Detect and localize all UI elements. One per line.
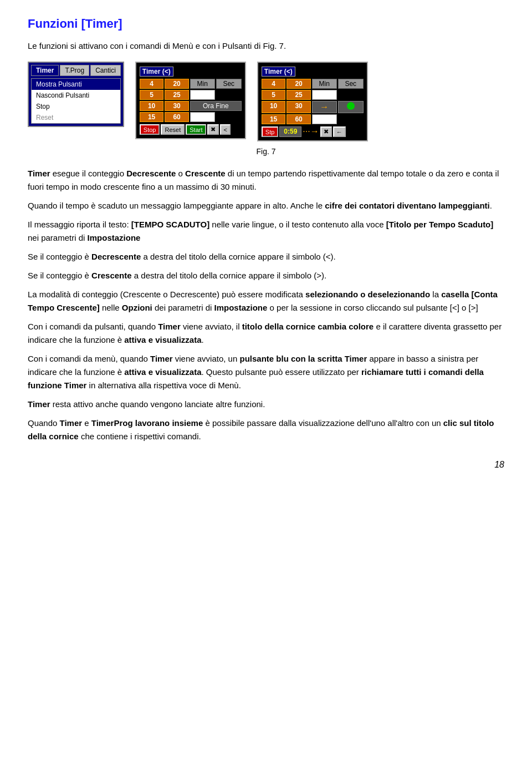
timer-cell-r4c4 (216, 112, 242, 122)
timer-panel-left: Timer (<) 4 20 Min Sec 5 25 10 30 Ora Fi… (135, 62, 246, 139)
body-section: Timer esegue il conteggio Decrescente o … (28, 167, 504, 443)
page-title: Funzioni [Timer] (28, 17, 504, 31)
tab-tprog[interactable]: T.Prog (60, 65, 89, 76)
timer-right-circle (338, 101, 364, 113)
timer-right-r4c1: 15 (262, 114, 285, 124)
timer-right-r1c4: Sec (338, 79, 364, 89)
timer-cell-r4c1: 15 (140, 112, 163, 122)
timer-cell-r2c2: 25 (165, 90, 188, 100)
paragraph-2: Quando il tempo è scaduto un messaggio l… (28, 199, 504, 212)
menu-item-reset[interactable]: Reset (32, 112, 120, 123)
figures-row: Timer T.Prog Cantici Mostra Pulsanti Nas… (28, 62, 504, 141)
timer-right-r2c1: 5 (262, 90, 285, 100)
green-circle-icon (347, 102, 355, 110)
menu-item-stop[interactable]: Stop (32, 101, 120, 112)
timer-cell-r1c2: 20 (165, 79, 188, 89)
timer-right-r2c3 (312, 90, 337, 100)
paragraph-3: Il messaggio riporta il testo: [TEMPO SC… (28, 218, 504, 245)
timer-left-grid: 4 20 Min Sec 5 25 10 30 Ora Fine 15 60 (140, 79, 242, 122)
timer-right-r4c2: 60 (287, 114, 310, 124)
timer-cell-r1c4: Sec (216, 79, 242, 89)
timer-start-button[interactable]: Start (186, 124, 206, 135)
paragraph-1: Timer esegue il conteggio Decrescente o … (28, 167, 504, 194)
timer-right-title: Timer (<) (262, 67, 295, 77)
menu-tabs: Timer T.Prog Cantici (31, 65, 121, 76)
timer-right-r3c2: 30 (287, 101, 310, 113)
timer-stop-button[interactable]: Stop (140, 124, 160, 135)
menu-item-mostra[interactable]: Mostra Pulsanti (32, 79, 120, 90)
timer-reset-button[interactable]: Reset (161, 124, 185, 135)
timer-right-grid: 4 20 Min Sec 5 25 10 30 → 15 60 (262, 79, 364, 124)
menu-items-list: Mostra Pulsanti Nascondi Pulsanti Stop R… (31, 78, 121, 124)
timer-right-arrow: → (312, 101, 337, 113)
tab-timer[interactable]: Timer (31, 65, 59, 76)
timer-less-button[interactable]: < (220, 124, 230, 135)
timer-right-stop-button[interactable]: Stp (262, 126, 279, 137)
paragraph-9: Timer resta attivo anche quando vengono … (28, 398, 504, 411)
menu-panel: Timer T.Prog Cantici Mostra Pulsanti Nas… (28, 62, 124, 127)
timer-cell-r2c3 (190, 90, 215, 100)
timer-panel-right: Timer (<) 4 20 Min Sec 5 25 10 30 → 15 6… (257, 62, 368, 141)
tab-cantici[interactable]: Cantici (90, 65, 121, 76)
timer-cell-r4c2: 60 (165, 112, 188, 122)
paragraph-6: La modalità di conteggio (Crescente o De… (28, 288, 504, 315)
timer-cell-r2c1: 5 (140, 90, 163, 100)
timer-right-r4c4 (338, 114, 364, 124)
timer-left-buttons: Stop Reset Start ✖ < (140, 124, 242, 135)
page-number: 18 (28, 460, 504, 470)
timer-cell-r1c3: Min (190, 79, 215, 89)
timer-right-r4c3 (312, 114, 337, 124)
timer-right-r3c1: 10 (262, 101, 285, 113)
timer-cell-r3c1: 10 (140, 101, 163, 111)
paragraph-4: Se il conteggio è Decrescente a destra d… (28, 250, 504, 263)
timer-cell-r3c2: 30 (165, 101, 188, 111)
timer-right-r1c3: Min (312, 79, 337, 89)
timer-dots-icon: ···→ (303, 126, 319, 137)
timer-left-title: Timer (<) (140, 67, 173, 77)
timer-x-button[interactable]: ✖ (207, 124, 219, 135)
timer-right-r1c1: 4 (262, 79, 285, 89)
intro-paragraph: Le funzioni si attivano con i comandi di… (28, 41, 504, 50)
timer-right-r1c2: 20 (287, 79, 310, 89)
paragraph-10: Quando Timer e TimerProg lavorano insiem… (28, 417, 504, 443)
timer-right-back-button[interactable]: ← (333, 126, 346, 137)
timer-right-buttons: Stp 0:59 ···→ ✖ ← (262, 126, 364, 137)
timer-right-r2c2: 25 (287, 90, 310, 100)
paragraph-8: Con i comandi da menù, quando Timer vien… (28, 352, 504, 392)
paragraph-5: Se il conteggio è Crescente a destra del… (28, 269, 504, 282)
fig-caption: Fig. 7 (28, 147, 504, 156)
timer-cell-r4c3 (190, 112, 215, 122)
paragraph-7: Con i comandi da pulsanti, quando Timer … (28, 320, 504, 347)
timer-cell-r1c1: 4 (140, 79, 163, 89)
timer-cell-r2c4 (216, 90, 242, 100)
timer-right-r2c4 (338, 90, 364, 100)
timer-display: 0:59 (279, 126, 301, 137)
menu-item-nascondi[interactable]: Nascondi Pulsanti (32, 90, 120, 101)
timer-right-x-button[interactable]: ✖ (320, 126, 332, 137)
timer-cell-r3c3: Ora Fine (190, 101, 242, 111)
